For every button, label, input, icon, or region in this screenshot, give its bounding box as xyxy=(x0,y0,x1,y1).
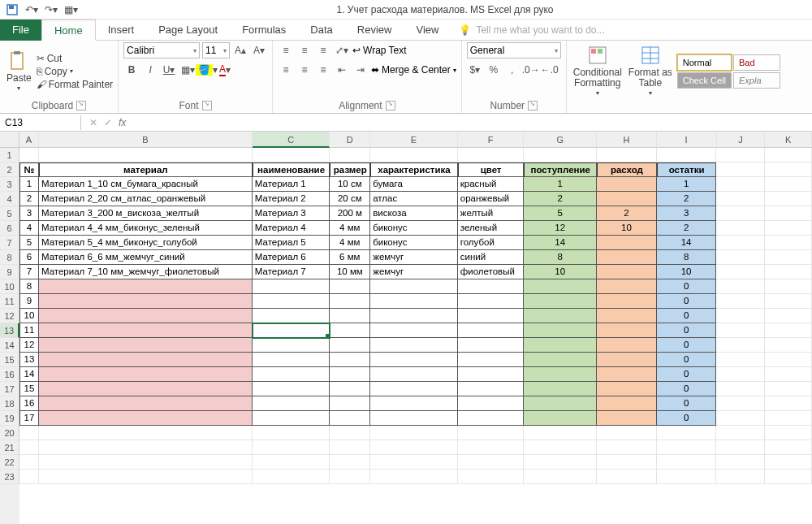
cell-G9[interactable]: 10 xyxy=(524,265,597,279)
cell-G19[interactable] xyxy=(524,411,597,426)
cell-J21[interactable] xyxy=(716,440,765,455)
cell-D15[interactable] xyxy=(330,353,370,367)
align-middle-icon[interactable]: ≡ xyxy=(296,42,313,58)
cell-B8[interactable]: Материал 6_6 мм_жемчуг_синий xyxy=(39,250,253,265)
cell-G15[interactable] xyxy=(524,353,597,367)
font-size-combo[interactable]: 11▾ xyxy=(202,42,230,58)
cell-C12[interactable] xyxy=(253,309,330,323)
row-head-22[interactable]: 22 xyxy=(0,455,19,470)
cell-E2[interactable]: характеристика xyxy=(370,162,458,177)
clipboard-dialog-icon[interactable] xyxy=(76,101,86,110)
style-check-cell[interactable]: Check Cell xyxy=(677,72,732,89)
cell-G5[interactable]: 5 xyxy=(524,206,597,221)
cell-A16[interactable]: 14 xyxy=(19,367,39,382)
cell-F10[interactable] xyxy=(458,279,525,294)
cell-K17[interactable] xyxy=(765,382,812,396)
col-head-D[interactable]: D xyxy=(330,132,370,148)
cell-I6[interactable]: 2 xyxy=(657,221,717,236)
align-bottom-icon[interactable]: ≡ xyxy=(315,42,331,58)
cell-F12[interactable] xyxy=(458,309,525,323)
cell-J22[interactable] xyxy=(716,455,765,470)
col-head-F[interactable]: F xyxy=(458,132,525,148)
number-format-combo[interactable]: General▾ xyxy=(467,42,561,58)
row-head-15[interactable]: 15 xyxy=(0,353,19,367)
cell-F4[interactable]: оранжевый xyxy=(458,192,525,206)
cell-J11[interactable] xyxy=(716,294,765,309)
cell-K3[interactable] xyxy=(765,177,812,192)
format-painter-button[interactable]: 🖌Format Painter xyxy=(37,79,113,90)
cell-C14[interactable] xyxy=(253,338,330,353)
cell-E12[interactable] xyxy=(370,309,458,323)
cell-I11[interactable]: 0 xyxy=(657,294,717,309)
cell-E9[interactable]: жемчуг xyxy=(370,265,458,279)
format-as-table-button[interactable]: Format as Table▾ xyxy=(627,43,674,99)
cell-A23[interactable] xyxy=(19,470,39,484)
row-head-19[interactable]: 19 xyxy=(0,411,19,426)
style-bad[interactable]: Bad xyxy=(733,54,780,71)
cell-I21[interactable] xyxy=(657,440,717,455)
cell-I14[interactable]: 0 xyxy=(657,338,717,353)
cell-E1[interactable] xyxy=(370,148,458,162)
cell-H5[interactable]: 2 xyxy=(597,206,657,221)
cell-F21[interactable] xyxy=(458,440,525,455)
cell-E7[interactable]: биконус xyxy=(370,236,458,250)
cell-G14[interactable] xyxy=(524,338,597,353)
cell-A6[interactable]: 4 xyxy=(19,221,39,236)
cell-D23[interactable] xyxy=(330,470,370,484)
cell-A15[interactable]: 13 xyxy=(19,353,39,367)
cell-G3[interactable]: 1 xyxy=(524,177,597,192)
cell-I19[interactable]: 0 xyxy=(657,411,717,426)
cell-H21[interactable] xyxy=(597,440,657,455)
cell-K4[interactable] xyxy=(765,192,812,206)
cell-J8[interactable] xyxy=(716,250,765,265)
cell-F9[interactable]: фиолетовый xyxy=(458,265,525,279)
col-head-C[interactable]: C xyxy=(253,132,330,148)
cell-B23[interactable] xyxy=(39,470,253,484)
paste-button[interactable]: Paste▾ xyxy=(5,49,33,94)
cell-B15[interactable] xyxy=(39,353,253,367)
cell-B6[interactable]: Материал 4_4 мм_биконус_зеленый xyxy=(39,221,253,236)
row-head-7[interactable]: 7 xyxy=(0,236,19,250)
row-head-3[interactable]: 3 xyxy=(0,177,19,192)
cell-A12[interactable]: 10 xyxy=(19,309,39,323)
cell-B17[interactable] xyxy=(39,382,253,396)
decrease-indent-icon[interactable]: ⇤ xyxy=(334,62,350,78)
cell-K6[interactable] xyxy=(765,221,812,236)
cell-C21[interactable] xyxy=(253,440,330,455)
cell-E20[interactable] xyxy=(370,426,458,440)
cell-H1[interactable] xyxy=(597,148,657,162)
cell-J14[interactable] xyxy=(716,338,765,353)
cell-C16[interactable] xyxy=(253,367,330,382)
col-head-G[interactable]: G xyxy=(524,132,597,148)
cell-A20[interactable] xyxy=(19,426,39,440)
number-dialog-icon[interactable] xyxy=(528,101,538,110)
cell-A17[interactable]: 15 xyxy=(19,382,39,396)
cell-J13[interactable] xyxy=(716,323,765,338)
cell-I15[interactable]: 0 xyxy=(657,353,717,367)
cell-I9[interactable]: 10 xyxy=(657,265,717,279)
fill-color-button[interactable]: 🪣▾ xyxy=(198,62,214,78)
cell-G22[interactable] xyxy=(524,455,597,470)
cell-G6[interactable]: 12 xyxy=(524,221,597,236)
cell-K8[interactable] xyxy=(765,250,812,265)
cell-D7[interactable]: 4 мм xyxy=(330,236,370,250)
cell-K14[interactable] xyxy=(765,338,812,353)
cell-F17[interactable] xyxy=(458,382,525,396)
cell-C11[interactable] xyxy=(253,294,330,309)
cell-A9[interactable]: 7 xyxy=(19,265,39,279)
align-left-icon[interactable]: ≡ xyxy=(278,62,294,78)
cell-A11[interactable]: 9 xyxy=(19,294,39,309)
font-name-combo[interactable]: Calibri▾ xyxy=(123,42,200,58)
cell-G23[interactable] xyxy=(524,470,597,484)
cell-D16[interactable] xyxy=(330,367,370,382)
cell-G16[interactable] xyxy=(524,367,597,382)
undo-icon[interactable]: ↶▾ xyxy=(24,2,39,17)
cell-H14[interactable] xyxy=(597,338,657,353)
tab-insert[interactable]: Insert xyxy=(96,19,147,41)
cell-C22[interactable] xyxy=(253,455,330,470)
cell-F20[interactable] xyxy=(458,426,525,440)
comma-icon[interactable]: , xyxy=(504,62,520,78)
cell-C15[interactable] xyxy=(253,353,330,367)
cell-H9[interactable] xyxy=(597,265,657,279)
font-color-button[interactable]: A▾ xyxy=(217,62,233,78)
